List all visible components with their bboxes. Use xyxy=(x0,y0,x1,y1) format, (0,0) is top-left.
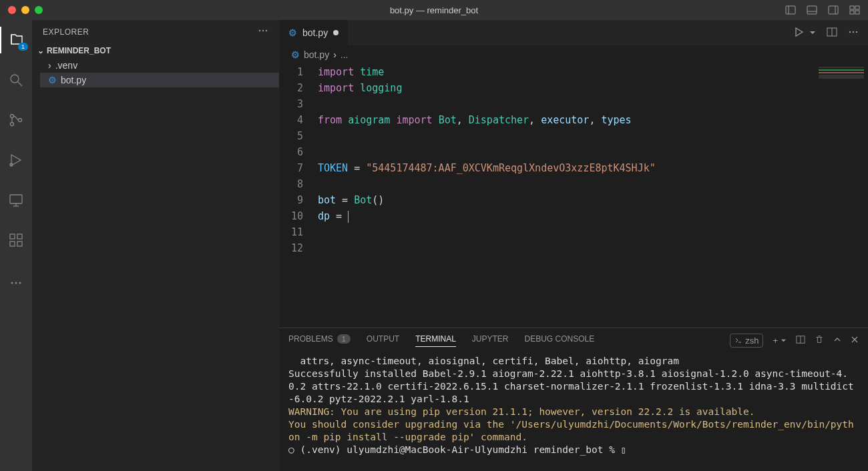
line-number: 9 xyxy=(279,192,303,208)
line-number: 6 xyxy=(279,144,303,160)
svg-point-26 xyxy=(259,30,260,31)
terminal-panel: PROBLEMS 1 OUTPUT TERMINAL JUPYTER DEBUG… xyxy=(279,328,868,471)
chevron-right-icon: › xyxy=(333,49,337,60)
code-line[interactable] xyxy=(318,224,868,240)
explorer-activity[interactable]: 1 xyxy=(0,27,32,53)
tab-debug-console[interactable]: DEBUG CONSOLE xyxy=(525,334,595,346)
line-number: 2 xyxy=(279,80,303,96)
extensions-activity[interactable] xyxy=(0,227,32,254)
svg-point-27 xyxy=(262,30,264,31)
line-number: 12 xyxy=(279,240,303,256)
tab-jupyter[interactable]: JUPYTER xyxy=(472,334,509,346)
run-debug-activity[interactable] xyxy=(0,147,32,173)
tab-problems[interactable]: PROBLEMS 1 xyxy=(288,334,351,346)
code-editor[interactable]: 123456789101112 import timeimport loggin… xyxy=(279,64,868,328)
maximize-panel-icon[interactable] xyxy=(833,336,841,346)
layout-panel-bottom-icon[interactable] xyxy=(807,5,817,15)
split-editor-icon[interactable] xyxy=(827,27,837,39)
folder-root[interactable]: ⌄ REMINDER_BOT xyxy=(32,43,279,58)
search-activity[interactable] xyxy=(0,67,32,93)
svg-point-33 xyxy=(856,31,857,32)
tab-botpy[interactable]: ⚙ bot.py xyxy=(279,20,349,45)
run-button[interactable] xyxy=(793,26,805,40)
breadcrumb[interactable]: ⚙ bot.py › ... xyxy=(279,45,868,64)
kill-terminal-icon[interactable] xyxy=(815,335,824,346)
code-line[interactable]: TOKEN = "5445174487:AAF_0XCVKmReqglXndev… xyxy=(318,160,868,176)
line-number: 11 xyxy=(279,224,303,240)
tree-item-label: bot.py xyxy=(61,75,86,85)
customize-layout-icon[interactable] xyxy=(849,5,860,15)
svg-point-31 xyxy=(849,31,851,32)
code-line[interactable] xyxy=(318,144,868,160)
svg-point-12 xyxy=(11,115,14,118)
editor-more-icon[interactable] xyxy=(848,27,859,39)
svg-rect-22 xyxy=(17,234,22,239)
chevron-right-icon: › xyxy=(48,60,51,71)
folder-root-label: REMINDER_BOT xyxy=(47,46,111,55)
svg-point-24 xyxy=(15,282,17,284)
tab-terminal[interactable]: TERMINAL xyxy=(415,334,456,347)
code-line[interactable] xyxy=(318,128,868,144)
layout-sidebar-right-icon[interactable] xyxy=(828,5,839,15)
terminal-output[interactable]: attrs, async-timeout, aiosignal, certifi… xyxy=(279,352,868,471)
maximize-window-button[interactable] xyxy=(35,6,43,14)
svg-rect-4 xyxy=(829,6,838,14)
svg-rect-19 xyxy=(10,234,15,239)
code-line[interactable]: import time xyxy=(318,64,868,80)
explorer-badge: 1 xyxy=(18,43,28,51)
svg-point-14 xyxy=(19,119,22,122)
svg-rect-2 xyxy=(807,6,817,14)
split-terminal-icon[interactable] xyxy=(796,335,805,346)
text-cursor xyxy=(348,211,349,223)
minimize-window-button[interactable] xyxy=(21,6,29,14)
terminal-line: WARNING: You are using pip version 21.1.… xyxy=(288,406,859,418)
run-dropdown-icon[interactable] xyxy=(809,28,816,38)
editor-tabs: ⚙ bot.py xyxy=(279,20,868,45)
code-line[interactable]: from aiogram import Bot, Dispatcher, exe… xyxy=(318,112,868,128)
modified-indicator-icon xyxy=(333,30,339,35)
remote-activity[interactable] xyxy=(0,187,32,213)
explorer-more-icon[interactable] xyxy=(258,25,268,38)
python-file-icon: ⚙ xyxy=(48,75,57,85)
line-number: 4 xyxy=(279,112,303,128)
shell-selector[interactable]: zsh xyxy=(730,334,763,348)
explorer-sidebar: EXPLORER ⌄ REMINDER_BOT › .venv ⚙ bot.py xyxy=(32,20,279,471)
line-number: 3 xyxy=(279,96,303,112)
activity-bar: 1 xyxy=(0,20,32,471)
line-number: 8 xyxy=(279,176,303,192)
close-panel-icon[interactable] xyxy=(851,336,859,346)
code-line[interactable] xyxy=(318,176,868,192)
titlebar: bot.py — reminder_bot xyxy=(0,0,868,20)
svg-rect-8 xyxy=(850,11,854,14)
tree-file-botpy[interactable]: ⚙ bot.py xyxy=(40,73,279,87)
svg-rect-0 xyxy=(786,6,795,14)
tree-item-label: .venv xyxy=(55,60,77,71)
svg-rect-9 xyxy=(855,11,859,14)
line-number: 1 xyxy=(279,64,303,80)
minimap[interactable] xyxy=(815,64,868,328)
terminal-line: Successfully installed Babel-2.9.1 aiogr… xyxy=(288,368,859,406)
line-number: 5 xyxy=(279,128,303,144)
code-line[interactable]: import logging xyxy=(318,80,868,96)
tab-output[interactable]: OUTPUT xyxy=(367,334,399,346)
code-line[interactable] xyxy=(318,96,868,112)
code-line[interactable] xyxy=(318,240,868,256)
new-terminal-icon[interactable]: + xyxy=(773,336,778,346)
svg-point-32 xyxy=(853,31,854,32)
layout-sidebar-left-icon[interactable] xyxy=(785,5,796,15)
svg-rect-16 xyxy=(10,195,22,203)
breadcrumb-trail: ... xyxy=(341,49,349,60)
source-control-activity[interactable] xyxy=(0,107,32,133)
line-gutter: 123456789101112 xyxy=(279,64,318,328)
code-line[interactable]: dp = xyxy=(318,208,868,224)
editor-area: ⚙ bot.py ⚙ bot.py xyxy=(279,20,868,471)
close-window-button[interactable] xyxy=(8,6,16,14)
svg-rect-7 xyxy=(855,6,859,9)
svg-line-11 xyxy=(18,82,22,86)
tree-folder-venv[interactable]: › .venv xyxy=(40,58,279,73)
more-activity[interactable] xyxy=(0,270,32,296)
svg-point-10 xyxy=(11,75,19,83)
terminal-dropdown-icon[interactable] xyxy=(781,336,787,346)
code-line[interactable]: bot = Bot() xyxy=(318,192,868,208)
svg-rect-21 xyxy=(17,242,22,246)
